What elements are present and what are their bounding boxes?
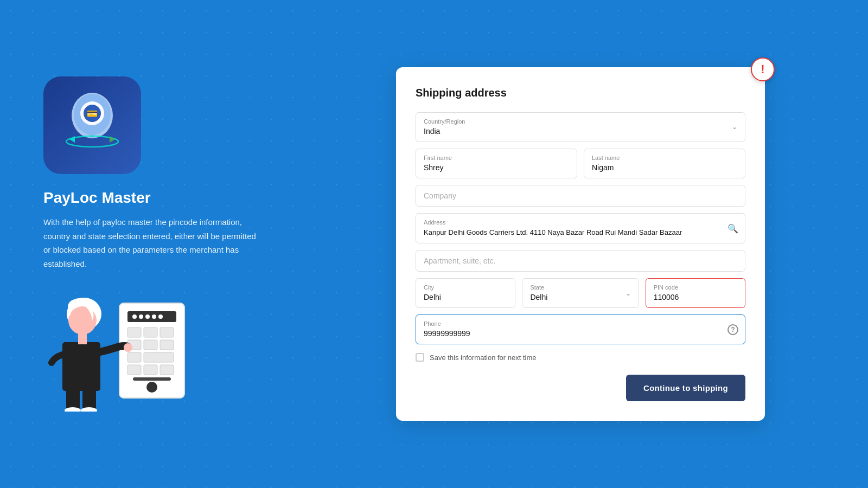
state-label: State (530, 284, 547, 291)
save-info-row: Save this information for next time (416, 353, 745, 362)
state-field-content: State Delhi (530, 284, 547, 302)
last-name-label: Last name (592, 155, 737, 161)
svg-text:💳: 💳 (87, 108, 98, 119)
address-search-icon[interactable]: 🔍 (727, 223, 738, 234)
alert-badge: ! (751, 57, 775, 81)
country-value: India (424, 127, 440, 136)
city-field[interactable]: City Delhi (416, 278, 515, 308)
phone-field[interactable]: Phone 99999999999 ? (416, 314, 745, 344)
alert-icon: ! (761, 63, 764, 75)
save-info-label: Save this information for next time (430, 354, 537, 362)
svg-point-13 (145, 314, 150, 319)
pin-code-label: PIN code (654, 284, 737, 291)
first-name-field[interactable]: First name Shrey (416, 149, 577, 178)
country-label: Country/Region (424, 118, 465, 125)
svg-point-12 (139, 314, 143, 319)
svg-rect-23 (144, 352, 174, 362)
country-field-group: Country/Region India ⌄ (416, 112, 745, 142)
svg-rect-21 (160, 340, 174, 350)
pin-code-field[interactable]: PIN code 110006 (646, 278, 745, 308)
country-field-content: Country/Region India (424, 118, 465, 136)
phone-help-icon[interactable]: ? (727, 324, 738, 335)
app-logo: 💳 (43, 76, 141, 174)
company-field-group: Company (416, 185, 745, 207)
first-name-label: First name (424, 155, 569, 161)
save-info-checkbox[interactable] (416, 353, 424, 362)
address-field-group: Address Kanpur Delhi Goods Carriers Ltd.… (416, 213, 745, 243)
last-name-field[interactable]: Last name Nigam (584, 149, 745, 178)
form-card: ! Shipping address Country/Region India … (396, 67, 765, 421)
first-name-value: Shrey (424, 163, 444, 172)
left-panel: 💳 PayLoc Master With the help of payloc … (0, 44, 293, 444)
svg-rect-34 (66, 389, 80, 410)
country-field[interactable]: Country/Region India ⌄ (416, 112, 745, 142)
svg-rect-17 (144, 328, 157, 337)
person-illustration (43, 292, 195, 412)
svg-rect-27 (133, 377, 171, 381)
phone-label: Phone (424, 320, 737, 327)
company-field[interactable]: Company (416, 185, 745, 207)
apartment-field-group: Apartment, suite, etc. (416, 250, 745, 272)
svg-point-14 (152, 314, 156, 319)
svg-rect-26 (160, 365, 174, 375)
apartment-field[interactable]: Apartment, suite, etc. (416, 250, 745, 272)
form-title: Shipping address (416, 87, 745, 99)
address-label: Address (424, 219, 737, 226)
city-value: Delhi (424, 293, 441, 301)
svg-rect-24 (127, 365, 141, 375)
name-row: First name Shrey Last name Nigam (416, 149, 745, 178)
location-row: City Delhi State Delhi ⌄ PIN code 110006 (416, 278, 745, 308)
app-title: PayLoc Master (43, 189, 260, 207)
svg-rect-22 (127, 352, 141, 362)
svg-rect-35 (82, 389, 96, 410)
illustration (43, 292, 184, 412)
svg-rect-18 (160, 328, 174, 337)
pin-code-value: 110006 (654, 293, 679, 301)
address-field[interactable]: Address Kanpur Delhi Goods Carriers Ltd.… (416, 213, 745, 243)
country-chevron-icon: ⌄ (732, 123, 737, 131)
svg-rect-32 (78, 333, 87, 344)
svg-point-11 (132, 314, 137, 319)
apartment-placeholder: Apartment, suite, etc. (424, 256, 495, 265)
svg-point-33 (124, 343, 132, 352)
city-label: City (424, 284, 507, 291)
last-name-value: Nigam (592, 163, 614, 172)
svg-rect-20 (144, 340, 157, 350)
svg-point-15 (158, 314, 163, 319)
state-field[interactable]: State Delhi ⌄ (522, 278, 639, 308)
svg-rect-25 (144, 365, 157, 375)
state-chevron-icon: ⌄ (626, 290, 631, 297)
company-placeholder: Company (424, 191, 456, 200)
form-footer: Continue to shipping (416, 375, 745, 401)
right-panel: ! Shipping address Country/Region India … (293, 46, 868, 442)
svg-point-28 (146, 382, 157, 393)
state-value: Delhi (530, 293, 547, 301)
phone-field-group: Phone 99999999999 ? (416, 314, 745, 344)
phone-value: 99999999999 (424, 329, 470, 338)
svg-rect-16 (127, 328, 141, 337)
continue-to-shipping-button[interactable]: Continue to shipping (626, 375, 745, 401)
app-description: With the help of payloc master the pinco… (43, 215, 260, 271)
svg-rect-31 (62, 342, 100, 391)
svg-marker-8 (110, 136, 115, 143)
svg-marker-7 (69, 136, 75, 143)
address-value: Kanpur Delhi Goods Carriers Ltd. 4110 Na… (424, 228, 698, 236)
logo-illustration: 💳 (60, 87, 125, 163)
